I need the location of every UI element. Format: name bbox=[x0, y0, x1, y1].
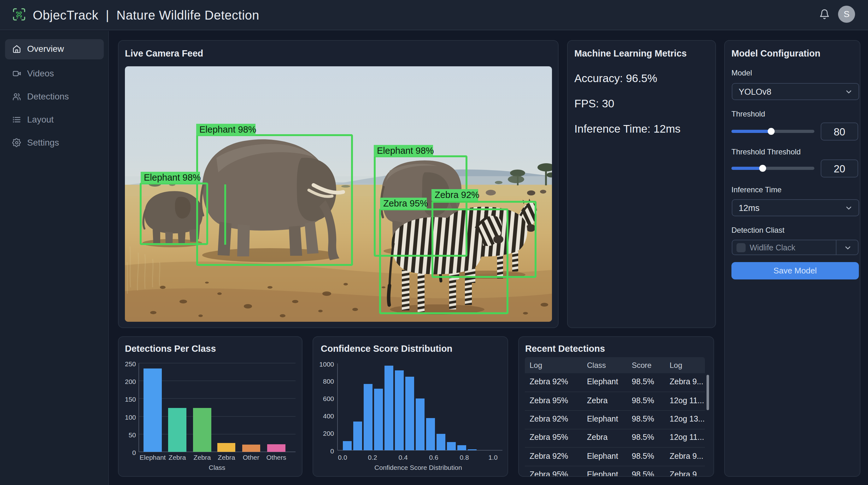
svg-text:200: 200 bbox=[323, 430, 334, 437]
svg-text:250: 250 bbox=[125, 360, 136, 368]
svg-text:Class: Class bbox=[209, 464, 225, 471]
svg-text:Elephant: Elephant bbox=[140, 454, 166, 461]
svg-text:1.0: 1.0 bbox=[488, 454, 497, 461]
svg-text:0.8: 0.8 bbox=[460, 454, 469, 461]
svg-text:150: 150 bbox=[125, 396, 136, 403]
svg-text:Elephant 98%: Elephant 98% bbox=[144, 172, 201, 182]
svg-text:200: 200 bbox=[125, 378, 136, 385]
svg-text:600: 600 bbox=[323, 395, 334, 402]
svg-text:Confidence Score Distribution: Confidence Score Distribution bbox=[374, 464, 462, 471]
svg-text:Others: Others bbox=[266, 454, 286, 461]
svg-text:0: 0 bbox=[132, 449, 136, 456]
svg-text:Zebra: Zebra bbox=[194, 454, 211, 461]
svg-text:100: 100 bbox=[125, 413, 136, 421]
svg-text:0: 0 bbox=[330, 448, 334, 455]
svg-text:400: 400 bbox=[323, 412, 334, 420]
svg-text:1000: 1000 bbox=[319, 361, 334, 368]
svg-text:Other: Other bbox=[243, 454, 259, 461]
svg-text:0.4: 0.4 bbox=[398, 454, 408, 461]
svg-text:Zebra 95%: Zebra 95% bbox=[383, 198, 428, 208]
svg-text:0.6: 0.6 bbox=[429, 454, 438, 461]
svg-text:800: 800 bbox=[323, 378, 334, 385]
svg-text:Zebra: Zebra bbox=[218, 454, 235, 461]
svg-text:50: 50 bbox=[129, 431, 136, 438]
svg-text:0.2: 0.2 bbox=[368, 454, 377, 461]
svg-text:Elephant 98%: Elephant 98% bbox=[199, 124, 256, 135]
svg-text:Zebra: Zebra bbox=[169, 454, 186, 461]
svg-text:Elephant 98%: Elephant 98% bbox=[377, 146, 434, 156]
svg-text:0.0: 0.0 bbox=[338, 454, 347, 461]
svg-text:Zebra 92%: Zebra 92% bbox=[435, 190, 479, 200]
